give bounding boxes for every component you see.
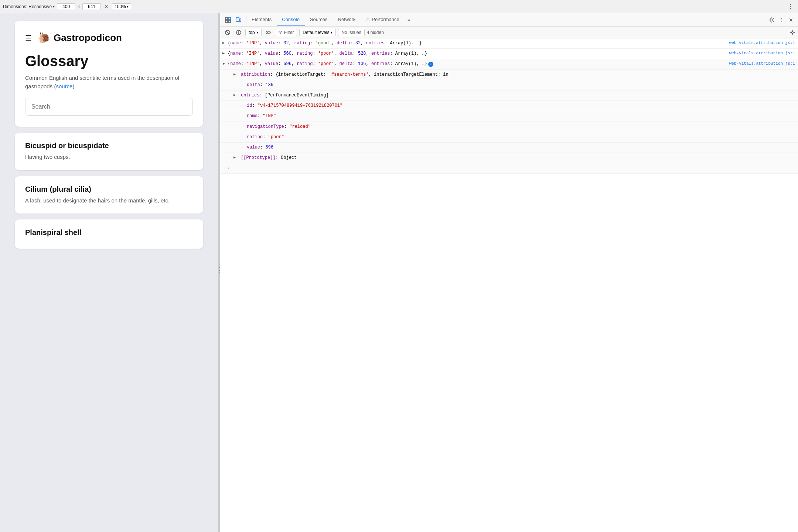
chevron-down-icon: ▾: [53, 4, 55, 8]
console-toolbar: top ▾ Filter Default levels ▾ No Is: [220, 27, 798, 38]
dimensions-text: Dimensions: Responsive: [3, 4, 52, 9]
tab-performance[interactable]: ⚠ Performance: [361, 13, 404, 26]
console-child-entry[interactable]: delta: 136: [220, 80, 798, 91]
clear-console-btn[interactable]: [223, 29, 232, 36]
tab-elements[interactable]: Elements: [246, 13, 277, 26]
context-selector[interactable]: top ▾: [245, 29, 262, 36]
chevron-down-icon: ▾: [127, 4, 129, 8]
entry-key: value: [247, 145, 260, 150]
svg-rect-3: [228, 20, 231, 23]
entry-value: "v4-1715704899419-7631921820701": [258, 103, 342, 108]
console-output: ▶ web-vitals.attribution.js:1 {name: 'IN…: [220, 38, 798, 532]
source-link[interactable]: source: [56, 83, 72, 89]
console-child-entry[interactable]: ▶ entries: [PerformanceEventTiming]: [220, 91, 798, 101]
dimensions-label: Dimensions: Responsive ▾: [3, 4, 55, 9]
webpage-inner: ☰ 🐌 Gastropodicon Glossary Common Englis…: [0, 13, 218, 532]
tab-sources[interactable]: Sources: [305, 13, 333, 26]
glossary-definition: Having two cusps.: [25, 153, 193, 161]
filter-btn[interactable]: Filter: [275, 29, 297, 36]
console-child-entry[interactable]: name: "INP": [220, 111, 798, 122]
svg-line-8: [226, 31, 229, 34]
entry-colon: :: [276, 155, 281, 160]
entry-colon: :: [284, 124, 289, 129]
entry-value: {interactionTarget: '#search-terms', int…: [276, 72, 449, 77]
eye-btn[interactable]: [264, 29, 273, 36]
levels-selector[interactable]: Default levels ▾: [299, 29, 336, 36]
console-entry[interactable]: ▶ web-vitals.attribution.js:1 {name: 'IN…: [220, 38, 798, 49]
expand-arrow-icon[interactable]: ▶: [233, 72, 236, 78]
console-prompt-icon: ›: [228, 166, 230, 171]
hamburger-icon[interactable]: ☰: [25, 34, 32, 42]
devtools-icons-left: [220, 16, 246, 24]
site-title: Gastropodicon: [54, 32, 122, 44]
entry-value: "INP": [263, 113, 276, 119]
zoom-selector[interactable]: 100% ▾: [112, 3, 131, 10]
resize-dot: [219, 267, 220, 268]
page-title: Glossary: [25, 53, 193, 69]
more-devtools-btn[interactable]: ⋮: [777, 16, 786, 24]
svg-rect-0: [225, 17, 228, 20]
more-options-btn[interactable]: ⋮: [786, 2, 795, 11]
console-child-entry[interactable]: ▶ attribution: {interactionTarget: '#sea…: [220, 70, 798, 80]
entry-key: name: [247, 113, 258, 119]
warning-icon: ⚠: [366, 17, 370, 22]
expand-arrow-icon[interactable]: ▶: [233, 92, 236, 98]
height-input[interactable]: [82, 3, 101, 10]
console-entry-expanded[interactable]: ▶ web-vitals.attribution.js:1 {name: 'IN…: [220, 59, 798, 69]
width-input[interactable]: [57, 3, 75, 10]
tab-network-label: Network: [338, 17, 356, 22]
desc-prefix: Common English and scientific terms used…: [25, 75, 180, 89]
glossary-term: Cilium (plural cilia): [25, 185, 193, 194]
chevron-down-icon: ▾: [331, 30, 332, 34]
console-settings-btn[interactable]: [790, 30, 795, 35]
source-link[interactable]: web-vitals.attribution.js:1: [729, 61, 795, 67]
resize-dots: [219, 267, 220, 278]
glossary-item: Planispiral shell: [15, 219, 203, 249]
entry-key: [[Prototype]]: [241, 155, 276, 160]
more-tabs-icon: »: [407, 17, 410, 23]
expand-arrow-icon[interactable]: ▶: [221, 63, 226, 65]
source-link[interactable]: web-vitals.attribution.js:1: [729, 50, 795, 57]
tab-network[interactable]: Network: [333, 13, 361, 26]
entry-key: delta: [247, 82, 260, 88]
entry-colon: :: [270, 72, 275, 77]
info-badge[interactable]: i: [428, 62, 433, 67]
tab-console[interactable]: Console: [277, 13, 305, 26]
svg-rect-4: [236, 17, 239, 21]
toolbar-right: ⋮: [786, 2, 795, 11]
more-tabs-btn[interactable]: »: [405, 13, 413, 26]
entry-key: rating: [247, 134, 263, 140]
console-child-entry[interactable]: id: "v4-1715704899419-7631921820701": [220, 101, 798, 111]
entry-value: 136: [265, 82, 273, 88]
expand-arrow-icon[interactable]: ▶: [233, 155, 236, 161]
expand-arrow-icon[interactable]: ▶: [222, 51, 225, 57]
entry-key: attribution: [241, 72, 270, 77]
filter-label: Filter: [284, 30, 294, 35]
close-icon: ✕: [789, 17, 793, 23]
console-child-entry[interactable]: rating: "poor": [220, 132, 798, 143]
inspect-element-btn[interactable]: [223, 16, 233, 24]
console-child-entry[interactable]: navigationType: "reload": [220, 122, 798, 132]
console-child-entry[interactable]: value: 696: [220, 143, 798, 153]
console-input-area[interactable]: ›: [220, 163, 798, 174]
close-devtools-btn[interactable]: ✕: [787, 16, 795, 24]
preserve-log-btn[interactable]: [234, 29, 243, 36]
dimension-separator: ×: [78, 4, 80, 9]
device-toggle-btn[interactable]: [233, 16, 243, 24]
snail-icon: 🐌: [38, 32, 51, 44]
more-icon: ⋮: [779, 17, 784, 23]
no-issues-text: No Issues: [341, 30, 361, 35]
site-header: ☰ 🐌 Gastropodicon: [25, 32, 193, 44]
hidden-count: 4 hidden: [367, 30, 384, 35]
devtools-header: Elements Console Sources Network ⚠ Perfo…: [220, 13, 798, 27]
settings-btn[interactable]: [767, 16, 777, 24]
search-input[interactable]: [25, 98, 193, 116]
no-issues-badge: No Issues: [338, 29, 364, 36]
expand-arrow-icon[interactable]: ▶: [222, 40, 225, 46]
source-link[interactable]: web-vitals.attribution.js:1: [729, 40, 795, 47]
console-entry[interactable]: ▶ web-vitals.attribution.js:1 {name: 'IN…: [220, 49, 798, 59]
console-child-entry[interactable]: ▶ [[Prototype]]: Object: [220, 153, 798, 163]
close-dimension-btn[interactable]: ✕: [103, 3, 110, 10]
entry-value: [PerformanceEventTiming]: [265, 93, 329, 98]
entry-value: "poor": [268, 134, 284, 140]
